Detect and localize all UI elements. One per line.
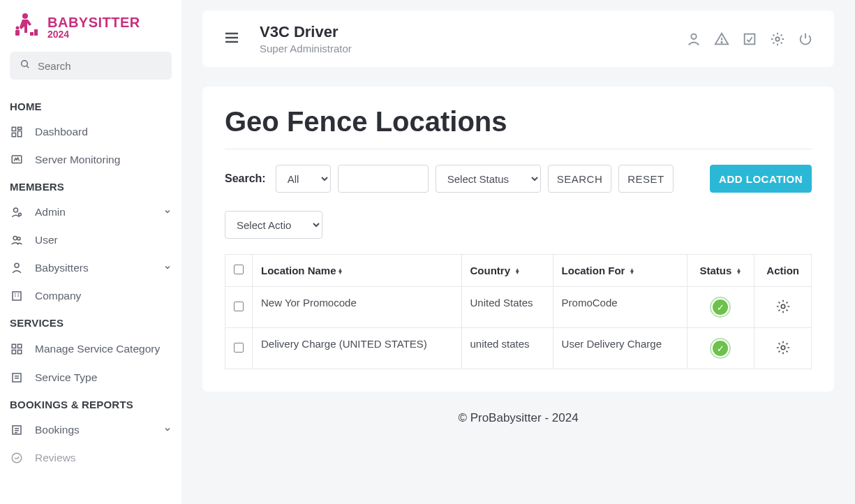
select-all-checkbox[interactable] — [234, 265, 244, 274]
svg-line-6 — [27, 66, 29, 68]
note-icon[interactable] — [742, 31, 757, 47]
table-row: New Yor Promocode United States PromoCod… — [225, 287, 812, 328]
sort-icon: ▲▼ — [338, 269, 343, 274]
nav-admin[interactable]: Admin — [6, 198, 176, 226]
svg-point-15 — [17, 237, 20, 240]
row-checkbox[interactable] — [234, 343, 244, 353]
add-location-button[interactable]: ADD LOCATION — [710, 165, 812, 193]
page-title: Geo Fence Locations — [225, 106, 812, 149]
user-icon — [10, 234, 24, 246]
row-settings-icon[interactable] — [775, 304, 791, 316]
reset-button[interactable]: RESET — [618, 165, 674, 193]
dashboard-icon — [10, 126, 24, 138]
service-type-icon — [10, 371, 24, 384]
nav-label: Babysitters — [35, 262, 89, 274]
warning-icon[interactable] — [714, 31, 729, 47]
sort-icon: ▲▼ — [736, 269, 741, 274]
section-services: SERVICES — [6, 310, 176, 334]
nav-label: Service Type — [35, 371, 97, 384]
content-card: Geo Fence Locations Search: All Select S… — [202, 87, 834, 392]
admin-icon — [10, 206, 24, 218]
nav-label: Manage Service Category — [35, 342, 160, 356]
svg-rect-2 — [15, 30, 20, 36]
monitoring-icon — [10, 154, 24, 166]
status-active-icon[interactable]: ✓ — [710, 338, 731, 359]
nav-dashboard[interactable]: Dashboard — [6, 118, 176, 146]
svg-rect-3 — [30, 32, 34, 36]
sidebar-search[interactable] — [10, 52, 172, 80]
svg-rect-40 — [745, 34, 755, 44]
svg-point-33 — [12, 453, 22, 463]
svg-point-39 — [721, 41, 722, 42]
row-checkbox[interactable] — [234, 302, 244, 311]
nav-company[interactable]: Company — [6, 282, 176, 310]
chevron-down-icon — [163, 262, 172, 274]
nav-label: Admin — [35, 206, 66, 218]
sidebar: BABYSITTER 2024 HOME Dashboard Server Mo… — [0, 0, 181, 504]
brand-logo: BABYSITTER 2024 — [6, 13, 176, 52]
nav-label: Reviews — [35, 452, 76, 464]
col-location-name[interactable]: Location Name▲▼ — [253, 255, 462, 287]
topbar: V3C Driver Super Administrator — [202, 10, 834, 67]
chevron-down-icon — [163, 424, 172, 436]
filter-text-input[interactable] — [338, 165, 429, 193]
svg-rect-10 — [12, 133, 15, 137]
nav-babysitters[interactable]: Babysitters — [6, 254, 176, 282]
filter-status-select[interactable]: Select Status — [436, 165, 541, 193]
col-location-for[interactable]: Location For ▲▼ — [553, 255, 687, 287]
cell-name: Delivery Charge (UNITED STATES) — [253, 328, 462, 369]
nav-manage-service-category[interactable]: Manage Service Category — [6, 334, 176, 364]
nav-label: Dashboard — [35, 126, 88, 138]
section-members: MEMBERS — [6, 174, 176, 198]
nav-label: Server Monitoring — [35, 154, 120, 166]
brand-icon — [13, 13, 42, 42]
nav-server-monitoring[interactable]: Server Monitoring — [6, 146, 176, 174]
svg-rect-25 — [18, 350, 22, 354]
search-button[interactable]: SEARCH — [548, 165, 612, 193]
svg-rect-23 — [18, 344, 22, 348]
status-active-icon[interactable]: ✓ — [710, 297, 731, 318]
sort-icon: ▲▼ — [630, 269, 635, 274]
cell-for: PromoCode — [553, 287, 687, 328]
col-country[interactable]: Country ▲▼ — [461, 255, 553, 287]
nav-label: Company — [35, 290, 81, 302]
settings-icon[interactable] — [770, 31, 785, 47]
nav-service-type[interactable]: Service Type — [6, 364, 176, 392]
nav-label: User — [35, 234, 58, 246]
bookings-icon — [10, 424, 24, 436]
main-content: V3C Driver Super Administrator Geo Fence… — [181, 0, 855, 504]
babysitter-icon — [10, 262, 24, 274]
svg-point-12 — [14, 208, 18, 212]
menu-toggle-button[interactable] — [223, 29, 240, 49]
svg-rect-9 — [18, 131, 22, 137]
search-label: Search: — [225, 172, 266, 185]
sort-icon: ▲▼ — [514, 269, 520, 274]
svg-point-43 — [781, 346, 785, 350]
svg-point-42 — [781, 304, 785, 309]
nav-reviews[interactable]: Reviews — [6, 444, 176, 472]
svg-rect-7 — [12, 127, 15, 131]
filter-field-select[interactable]: All — [276, 165, 331, 193]
row-settings-icon[interactable] — [775, 346, 791, 357]
category-icon — [10, 343, 24, 355]
profile-icon[interactable] — [686, 31, 701, 47]
power-icon[interactable] — [798, 31, 813, 47]
search-input[interactable] — [38, 60, 170, 72]
col-status[interactable]: Status ▲▼ — [687, 255, 754, 287]
svg-rect-17 — [13, 292, 21, 300]
svg-rect-24 — [12, 350, 15, 354]
svg-point-0 — [22, 13, 28, 19]
reviews-icon — [10, 452, 24, 464]
svg-point-37 — [691, 34, 696, 38]
svg-rect-22 — [12, 344, 15, 348]
brand-sub-text: 2024 — [47, 29, 140, 39]
chevron-down-icon — [163, 206, 172, 218]
nav-user[interactable]: User — [6, 226, 176, 254]
svg-point-5 — [22, 61, 28, 67]
section-home: HOME — [6, 94, 176, 118]
bulk-action-select[interactable]: Select Action — [225, 211, 322, 239]
cell-name: New Yor Promocode — [253, 287, 462, 328]
company-icon — [10, 290, 24, 302]
svg-point-41 — [775, 37, 780, 41]
nav-bookings[interactable]: Bookings — [6, 416, 176, 444]
